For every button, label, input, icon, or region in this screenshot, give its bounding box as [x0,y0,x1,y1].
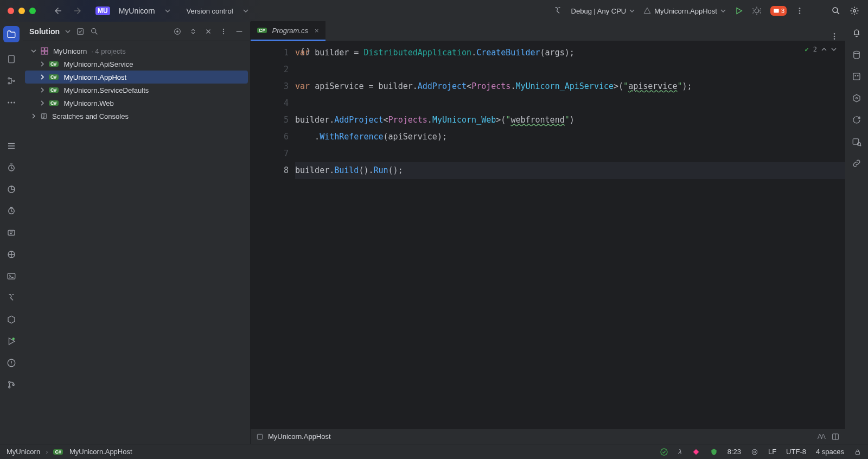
nav-forward-button[interactable] [73,6,82,16]
tools-tool-button[interactable] [7,293,16,303]
project-badge: MU [95,7,110,15]
close-tab-button[interactable]: × [315,27,319,35]
encoding[interactable]: UTF-8 [786,448,806,456]
breadcrumb-label[interactable]: MyUnicorn.AppHost [268,432,331,441]
solution-root[interactable]: MyUnicorn · 4 projects [25,44,248,58]
project-tool-button[interactable] [3,26,20,42]
vcs-tool-button[interactable] [7,380,16,390]
settings-button[interactable] [850,6,859,16]
select-opened-file-button[interactable] [173,27,182,36]
statusbar-crumb-root[interactable]: MyUnicorn [7,448,40,456]
readonly-icon[interactable] [751,448,758,456]
cursor-position[interactable]: 8:23 [727,448,741,456]
font-size-button[interactable]: AA [818,432,825,441]
minimize-window-button[interactable] [18,8,25,14]
solution-sync-button[interactable] [76,27,85,36]
expand-all-button[interactable] [189,28,197,35]
more-vertical-icon[interactable] [795,7,804,15]
statusbar-crumb-leaf[interactable]: MyUnicorn.AppHost [69,448,132,456]
project-name-dropdown[interactable]: MyUnicorn [119,7,155,15]
svg-point-48 [858,143,861,146]
target-icon [643,7,651,15]
chevron-down-icon [831,47,837,52]
status-ok-icon[interactable] [660,448,668,456]
svg-point-4 [799,12,801,14]
chevron-down-icon [165,8,170,14]
svg-point-0 [755,9,759,13]
svg-point-11 [8,102,9,104]
version-control-dropdown[interactable]: Version control [187,7,233,15]
project-name: MyUnicorn.Web [64,99,114,107]
problems-tool-button[interactable] [7,358,16,368]
code-editor[interactable]: 12345678 var builder = DistributedApplic… [251,41,845,429]
tab-more-button[interactable] [830,32,839,41]
refresh-tool-button[interactable] [852,115,861,125]
run-button[interactable] [735,7,743,15]
more-tool-button[interactable] [7,98,16,107]
svg-rect-32 [41,48,44,50]
inspect-tool-button[interactable] [852,137,861,146]
run-tool-button[interactable] [7,336,16,346]
profiler-tool-button[interactable] [7,184,16,194]
svg-point-6 [853,10,856,12]
svg-point-20 [12,337,15,340]
collapse-all-button[interactable] [205,28,212,35]
run-target-dropdown[interactable]: MyUnicorn.AppHost [643,7,726,15]
panel-options-button[interactable] [220,28,227,35]
haskell-icon[interactable]: λ [678,448,681,456]
bookmarks-tool-button[interactable] [7,54,16,64]
timer-tool-button[interactable] [7,163,16,173]
editor-tab[interactable]: C# Program.cs × [251,21,326,41]
project-node[interactable]: C#MyUnicorn.ApiService [25,58,248,71]
hide-panel-button[interactable] [235,27,244,36]
search-button[interactable] [831,6,841,16]
coverage-tool-button[interactable] [7,206,16,216]
indent[interactable]: 4 spaces [816,448,844,456]
svg-point-28 [177,30,178,32]
chevron-right-icon [40,87,45,93]
svg-point-2 [799,8,801,9]
debug-button[interactable] [752,6,762,16]
reader-mode-button[interactable] [831,432,840,441]
svg-rect-34 [41,52,44,54]
project-node[interactable]: C#MyUnicorn.AppHost [25,71,248,84]
database-tool-button[interactable] [852,50,861,60]
lock-icon[interactable] [854,448,861,456]
solution-panel: Solution MyUnicorn · 4 projects [23,22,251,444]
endpoints-tool-button[interactable] [7,250,16,259]
solution-panel-title[interactable]: Solution [29,27,60,36]
run-target-label: MyUnicorn.AppHost [654,7,717,15]
svg-point-46 [856,98,858,99]
close-window-button[interactable] [8,8,14,14]
build-icon[interactable] [553,6,563,16]
svg-point-22 [9,381,10,383]
scratches-node[interactable]: Scratches and Consoles [25,110,248,123]
solution-tree: MyUnicorn · 4 projects C#MyUnicorn.ApiSe… [23,41,250,126]
project-node[interactable]: C#MyUnicorn.Web [25,97,248,110]
breadcrumb-icon [256,433,264,441]
jetbrains-icon[interactable] [692,448,700,456]
link-tool-button[interactable] [852,158,861,168]
nav-back-button[interactable] [53,6,63,16]
run-config-dropdown[interactable]: Debug | Any CPU [571,7,635,15]
nuget-tool-button[interactable] [852,93,861,103]
maximize-window-button[interactable] [29,8,36,14]
solution-search-button[interactable] [90,27,99,36]
window-controls [8,8,36,14]
shield-icon[interactable] [710,448,718,456]
svg-point-39 [834,38,835,40]
svg-point-13 [14,102,15,104]
hexagon-tool-button[interactable] [7,315,16,324]
terminal-tool-button[interactable] [7,271,16,281]
ai-tool-button[interactable] [852,72,861,81]
project-node[interactable]: C#MyUnicorn.ServiceDefaults [25,84,248,97]
todo-tool-button[interactable] [7,141,16,151]
notifications-button[interactable] [852,28,861,38]
structure-tool-button[interactable] [7,76,16,86]
problems-widget[interactable]: ✔ 2 [805,46,837,53]
services-tool-button[interactable] [7,228,16,238]
line-ending[interactable]: LF [768,448,776,456]
notifications-badge[interactable]: 3 [770,6,787,16]
svg-point-49 [661,449,667,455]
scratches-icon [40,112,48,120]
